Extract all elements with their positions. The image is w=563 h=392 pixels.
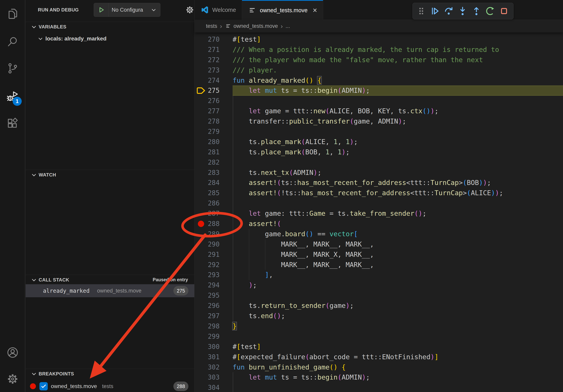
code-text[interactable]: [232, 290, 563, 301]
glyph-margin[interactable]: [194, 280, 207, 290]
step-out-button[interactable]: [470, 4, 483, 18]
code-text[interactable]: /// the player who made the "false" move…: [232, 55, 563, 65]
glyph-margin[interactable]: [194, 168, 207, 178]
glyph-margin[interactable]: [194, 116, 207, 127]
code-text[interactable]: assert!(ts::has_most_recent_for_address<…: [232, 178, 563, 188]
settings-gear-icon[interactable]: [6, 372, 19, 385]
tab-owned-tests[interactable]: owned_tests.move ×: [242, 0, 323, 20]
stop-button[interactable]: [497, 4, 511, 18]
code-text[interactable]: [232, 198, 563, 209]
code-text[interactable]: ts.end();: [232, 311, 563, 321]
glyph-margin[interactable]: [194, 55, 207, 65]
glyph-margin[interactable]: [194, 372, 207, 382]
code-text[interactable]: MARK__, MARK__, MARK__,: [232, 260, 563, 270]
glyph-margin[interactable]: [194, 331, 207, 342]
code-text[interactable]: fun already_marked() {: [232, 75, 563, 86]
glyph-margin[interactable]: [194, 342, 207, 352]
account-icon[interactable]: [6, 346, 19, 359]
glyph-margin[interactable]: [194, 178, 207, 188]
glyph-margin[interactable]: [194, 239, 207, 249]
code-text[interactable]: ts.place_mark(ALICE, 1, 1);: [232, 137, 563, 147]
breadcrumb-file[interactable]: owned_tests.move: [234, 23, 278, 29]
glyph-margin[interactable]: [194, 45, 207, 55]
glyph-margin[interactable]: [194, 321, 207, 331]
code-text[interactable]: let game = ttt::new(ALICE, BOB, KEY, ts.…: [232, 106, 563, 116]
code-text[interactable]: [232, 127, 563, 137]
breadcrumb-folder[interactable]: tests: [206, 23, 217, 29]
code-text[interactable]: /// When a position is already marked, t…: [232, 45, 563, 55]
code-text[interactable]: ts.next_tx(ADMIN);: [232, 168, 563, 178]
code-text[interactable]: /// player.: [232, 65, 563, 75]
code-text[interactable]: [232, 157, 563, 168]
glyph-margin[interactable]: [194, 219, 207, 229]
code-text[interactable]: #[test]: [232, 34, 563, 45]
debug-settings-gear-icon[interactable]: [185, 5, 194, 15]
tab-welcome[interactable]: Welcome: [194, 0, 242, 20]
glyph-margin[interactable]: [194, 85, 207, 96]
code-text[interactable]: let mut ts = ts::begin(ADMIN);: [232, 85, 563, 96]
code-text[interactable]: ],: [232, 270, 563, 280]
code-text[interactable]: #[expected_failure(abort_code = ttt::ENo…: [232, 352, 563, 362]
code-text[interactable]: }: [232, 321, 563, 331]
watch-section-header[interactable]: WATCH: [26, 170, 194, 180]
glyph-margin[interactable]: [194, 65, 207, 75]
step-over-button[interactable]: [442, 4, 456, 18]
restart-button[interactable]: [483, 4, 497, 18]
variables-section-header[interactable]: VARIABLES: [26, 22, 194, 32]
explorer-icon[interactable]: [6, 7, 19, 20]
code-text[interactable]: MARK__, MARK__, MARK__,: [232, 239, 563, 249]
glyph-margin[interactable]: [194, 137, 207, 147]
code-text[interactable]: [232, 382, 563, 392]
code-editor[interactable]: 270#[test]271/// When a position is alre…: [194, 32, 563, 392]
code-text[interactable]: assert!(!ts::has_most_recent_for_address…: [232, 188, 563, 198]
glyph-margin[interactable]: [194, 75, 207, 86]
step-into-button[interactable]: [456, 4, 470, 18]
breakpoint-row[interactable]: owned_tests.move tests 288: [26, 380, 194, 392]
code-text[interactable]: ts.place_mark(BOB, 1, 1);: [232, 147, 563, 157]
code-text[interactable]: transfer::public_transfer(game, ADMIN);: [232, 116, 563, 127]
code-text[interactable]: ts.return_to_sender(game);: [232, 301, 563, 311]
glyph-margin[interactable]: [194, 198, 207, 209]
breakpoints-section-header[interactable]: BREAKPOINTS: [26, 369, 194, 379]
glyph-margin[interactable]: [194, 382, 207, 392]
launch-config-dropdown[interactable]: No Configura: [94, 3, 160, 17]
breakpoint-checkbox[interactable]: [39, 382, 48, 391]
glyph-margin[interactable]: [194, 106, 207, 116]
code-text[interactable]: [232, 96, 563, 106]
glyph-margin[interactable]: [194, 127, 207, 137]
glyph-margin[interactable]: [194, 209, 207, 219]
glyph-margin[interactable]: [194, 147, 207, 157]
glyph-margin[interactable]: [194, 34, 207, 45]
stack-frame-row[interactable]: already_marked owned_tests.move 275: [26, 284, 194, 297]
search-icon[interactable]: [6, 35, 19, 48]
start-debug-icon[interactable]: [94, 3, 108, 17]
glyph-margin[interactable]: [194, 311, 207, 321]
close-icon[interactable]: ×: [313, 7, 317, 14]
code-text[interactable]: );: [232, 280, 563, 290]
glyph-margin[interactable]: [194, 260, 207, 270]
call-stack-section-header[interactable]: CALL STACK Paused on entry: [26, 275, 194, 285]
code-text[interactable]: game.board() == vector[: [232, 229, 563, 239]
code-text[interactable]: fun burn_unfinished_game() {: [232, 362, 563, 372]
breakpoint-dot-icon[interactable]: [198, 221, 204, 227]
source-control-icon[interactable]: [6, 62, 19, 75]
breadcrumb-symbol[interactable]: ...: [285, 23, 290, 29]
code-text[interactable]: assert!(: [232, 219, 563, 229]
glyph-margin[interactable]: [194, 96, 207, 106]
glyph-margin[interactable]: [194, 270, 207, 280]
extensions-icon[interactable]: [6, 117, 19, 130]
locals-scope-row[interactable]: locals: already_marked: [26, 33, 194, 44]
glyph-margin[interactable]: [194, 290, 207, 301]
code-text[interactable]: let game: ttt::Game = ts.take_from_sende…: [232, 209, 563, 219]
code-text[interactable]: [232, 331, 563, 342]
glyph-margin[interactable]: [194, 362, 207, 372]
glyph-margin[interactable]: [194, 229, 207, 239]
code-text[interactable]: let mut ts = ts::begin(ADMIN);: [232, 372, 563, 382]
glyph-margin[interactable]: [194, 157, 207, 168]
glyph-margin[interactable]: [194, 352, 207, 362]
glyph-margin[interactable]: [194, 301, 207, 311]
toolbar-drag-handle[interactable]: [414, 4, 428, 18]
glyph-margin[interactable]: [194, 188, 207, 198]
continue-button[interactable]: [428, 4, 442, 18]
code-text[interactable]: MARK__, MARK_X, MARK__,: [232, 249, 563, 260]
